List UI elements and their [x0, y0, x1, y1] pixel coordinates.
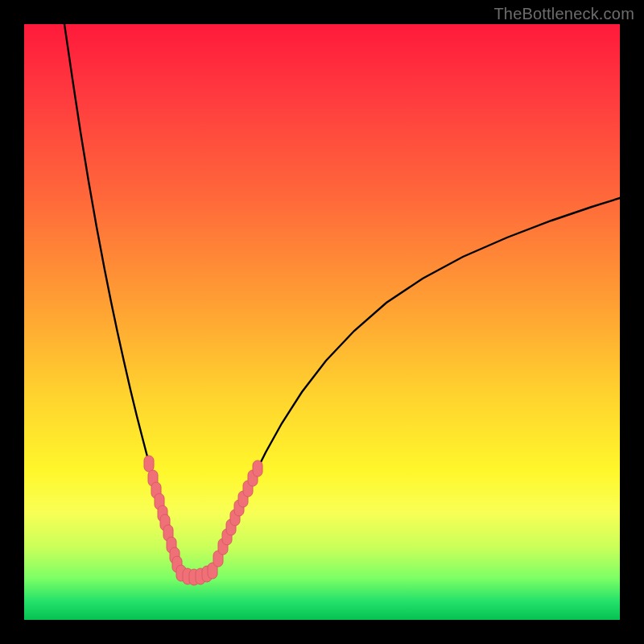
watermark-text: TheBottleneck.com — [493, 5, 634, 23]
data-marker — [253, 460, 262, 477]
chart-plot-area — [24, 24, 620, 620]
bottleneck-curve — [64, 24, 620, 577]
chart-svg — [24, 24, 620, 620]
marker-layer — [144, 456, 262, 585]
data-marker — [144, 456, 154, 472]
chart-frame: TheBottleneck.com — [0, 0, 644, 644]
